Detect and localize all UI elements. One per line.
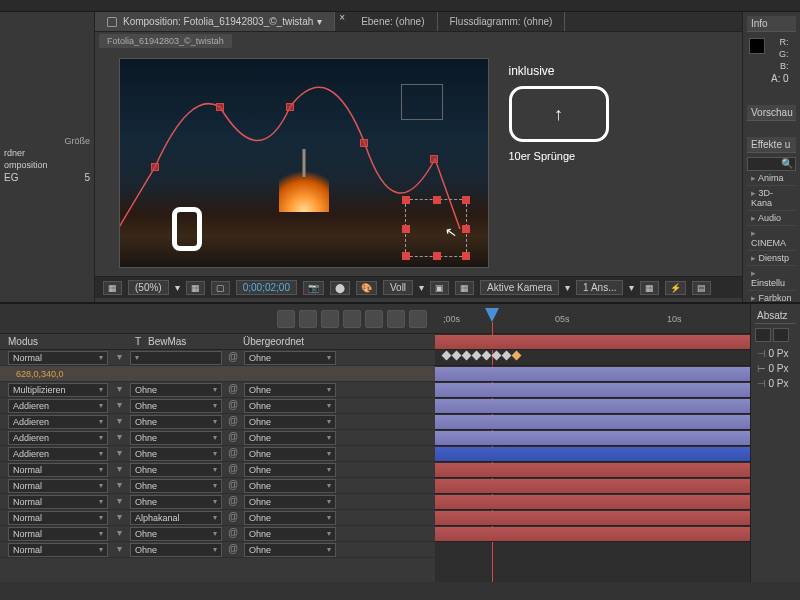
- brain-icon[interactable]: [365, 310, 383, 328]
- resize-handle[interactable]: [462, 225, 470, 233]
- pickwhip-icon[interactable]: @: [226, 351, 240, 365]
- dropdown-icon[interactable]: ▾: [317, 16, 322, 27]
- preview-frame[interactable]: ↖: [119, 58, 489, 268]
- tab-layer[interactable]: Ebene: (ohne): [349, 12, 437, 31]
- keyframe-icon[interactable]: [452, 351, 462, 361]
- layer-track[interactable]: [435, 462, 750, 478]
- region-icon[interactable]: ▣: [430, 281, 449, 295]
- blend-mode-select[interactable]: Normal: [8, 543, 108, 557]
- blend-mode-select[interactable]: Addieren: [8, 447, 108, 461]
- layer-track[interactable]: [435, 414, 750, 430]
- timeline-layer-row[interactable]: Normal▾@Ohne: [0, 350, 435, 366]
- trkmat-select[interactable]: Ohne: [130, 399, 222, 413]
- trkmat-select[interactable]: Ohne: [130, 479, 222, 493]
- keyframe-icon[interactable]: [512, 351, 522, 361]
- layer-duration-bar[interactable]: [435, 335, 750, 349]
- 3d-icon[interactable]: [299, 310, 317, 328]
- fast-preview-icon[interactable]: ⚡: [665, 281, 686, 295]
- channel-icon[interactable]: ⬤: [330, 281, 350, 295]
- pickwhip-icon[interactable]: @: [226, 431, 240, 445]
- project-item-format[interactable]: EG 5: [4, 172, 90, 183]
- track-matte-icon[interactable]: ▾: [112, 415, 126, 429]
- timeline-layer-row[interactable]: Normal▾Ohne@Ohne: [0, 542, 435, 558]
- timeline-layer-row[interactable]: Addieren▾Ohne@Ohne: [0, 414, 435, 430]
- timeline-layer-row[interactable]: Normal▾Ohne@Ohne: [0, 462, 435, 478]
- layer-track[interactable]: [435, 478, 750, 494]
- parent-select[interactable]: Ohne: [244, 527, 336, 541]
- track-matte-icon[interactable]: ▾: [112, 463, 126, 477]
- blend-mode-select[interactable]: Addieren: [8, 415, 108, 429]
- property-row[interactable]: 628,0,340,0: [0, 366, 435, 382]
- pickwhip-icon[interactable]: @: [226, 415, 240, 429]
- pickwhip-icon[interactable]: @: [226, 495, 240, 509]
- motion-blur-icon[interactable]: [343, 310, 361, 328]
- trkmat-select[interactable]: Ohne: [130, 447, 222, 461]
- layer-shape[interactable]: [172, 207, 202, 251]
- layer-duration-bar[interactable]: [435, 447, 750, 461]
- layer-track[interactable]: [435, 510, 750, 526]
- timeline-layer-row[interactable]: Normal▾Ohne@Ohne: [0, 478, 435, 494]
- grid-icon[interactable]: ▦: [186, 281, 205, 295]
- keyframe-icon[interactable]: [462, 351, 472, 361]
- info-panel-header[interactable]: Info: [747, 16, 796, 32]
- resolution-select[interactable]: Voll: [383, 280, 413, 295]
- trkmat-select[interactable]: Ohne: [130, 527, 222, 541]
- parent-select[interactable]: Ohne: [244, 383, 336, 397]
- layer-duration-bar[interactable]: [435, 383, 750, 397]
- pickwhip-icon[interactable]: @: [226, 527, 240, 541]
- layer-duration-bar[interactable]: [435, 495, 750, 509]
- parent-select[interactable]: Ohne: [244, 415, 336, 429]
- track-matte-icon[interactable]: ▾: [112, 479, 126, 493]
- trkmat-select[interactable]: [130, 351, 222, 365]
- blend-mode-select[interactable]: Multiplizieren: [8, 383, 108, 397]
- time-ruler[interactable]: ;00s 05s 10s: [435, 304, 750, 334]
- layer-duration-bar[interactable]: [435, 415, 750, 429]
- track-matte-icon[interactable]: ▾: [112, 399, 126, 413]
- timeline-layer-row[interactable]: Addieren▾Ohne@Ohne: [0, 446, 435, 462]
- header-t[interactable]: T: [128, 336, 148, 347]
- effects-category[interactable]: 3D-Kana: [747, 186, 796, 211]
- timeline-layer-row[interactable]: Normal▾Alphakanal@Ohne: [0, 510, 435, 526]
- track-matte-icon[interactable]: ▾: [112, 431, 126, 445]
- layer-duration-bar[interactable]: [435, 463, 750, 477]
- mask-toggle-icon[interactable]: ▢: [211, 281, 230, 295]
- blend-mode-select[interactable]: Normal: [8, 495, 108, 509]
- shy-icon[interactable]: [277, 310, 295, 328]
- resize-handle[interactable]: [433, 252, 441, 260]
- resize-handle[interactable]: [462, 252, 470, 260]
- trkmat-select[interactable]: Ohne: [130, 543, 222, 557]
- motion-handle[interactable]: [151, 163, 159, 171]
- blend-mode-select[interactable]: Normal: [8, 511, 108, 525]
- align-center-icon[interactable]: [773, 328, 789, 342]
- pickwhip-icon[interactable]: @: [226, 383, 240, 397]
- pickwhip-icon[interactable]: @: [226, 399, 240, 413]
- close-icon[interactable]: ×: [335, 12, 349, 31]
- layer-track[interactable]: [435, 334, 750, 350]
- track-matte-icon[interactable]: ▾: [112, 495, 126, 509]
- effects-category[interactable]: Einstellu: [747, 266, 796, 291]
- pickwhip-icon[interactable]: @: [226, 447, 240, 461]
- layer-track[interactable]: [435, 430, 750, 446]
- trkmat-select[interactable]: Alphakanal: [130, 511, 222, 525]
- parent-select[interactable]: Ohne: [244, 463, 336, 477]
- trkmat-select[interactable]: Ohne: [130, 463, 222, 477]
- layer-duration-bar[interactable]: [435, 479, 750, 493]
- track-matte-icon[interactable]: ▾: [112, 543, 126, 557]
- pickwhip-icon[interactable]: @: [226, 511, 240, 525]
- layer-track[interactable]: [435, 366, 750, 382]
- frame-blend-icon[interactable]: [321, 310, 339, 328]
- layer-duration-bar[interactable]: [435, 511, 750, 525]
- layer-duration-bar[interactable]: [435, 399, 750, 413]
- track-matte-icon[interactable]: ▾: [112, 527, 126, 541]
- timeline-layer-row[interactable]: Normal▾Ohne@Ohne: [0, 494, 435, 510]
- resize-handle[interactable]: [433, 196, 441, 204]
- layer-duration-bar[interactable]: [435, 367, 750, 381]
- views-select[interactable]: 1 Ans...: [576, 280, 623, 295]
- layer-track[interactable]: [435, 382, 750, 398]
- layer-duration-bar[interactable]: [435, 527, 750, 541]
- timeline-layer-row[interactable]: Normal▾Ohne@Ohne: [0, 526, 435, 542]
- timeline-layer-row[interactable]: Multiplizieren▾Ohne@Ohne: [0, 382, 435, 398]
- pickwhip-icon[interactable]: @: [226, 543, 240, 557]
- pixel-aspect-icon[interactable]: ▦: [103, 281, 122, 295]
- parent-select[interactable]: Ohne: [244, 511, 336, 525]
